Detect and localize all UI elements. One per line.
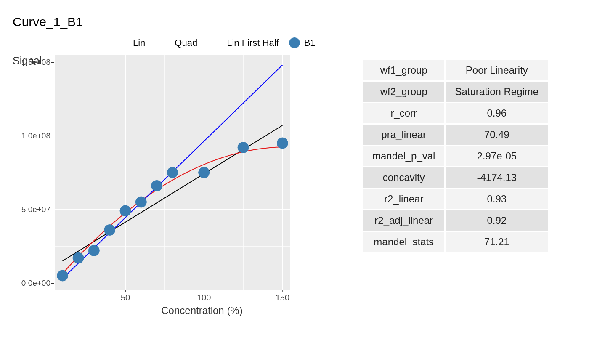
data-point xyxy=(57,270,68,281)
x-axis-label: Concentration (%) xyxy=(13,305,349,316)
stat-value: 0.93 xyxy=(445,189,549,210)
stat-label: r_corr xyxy=(363,103,445,124)
x-axis-ticks: 50100150 xyxy=(55,290,290,303)
x-tick-label: 150 xyxy=(276,293,289,303)
stat-value: 2.97e-05 xyxy=(445,146,549,167)
stat-label: wf1_group xyxy=(363,60,445,81)
legend-swatch-linfh xyxy=(207,43,223,43)
chart-area: Signal 0.0e+005.0e+071.0e+081.5e+08 5010… xyxy=(13,55,349,316)
table-row: mandel_p_val2.97e-05 xyxy=(363,146,549,167)
table-row: wf1_groupPoor Linearity xyxy=(363,60,549,81)
legend-label-points: B1 xyxy=(304,37,316,48)
stat-label: wf2_group xyxy=(363,81,445,103)
x-tick-label: 100 xyxy=(197,293,211,303)
data-point xyxy=(151,181,162,191)
page-title: Curve_1_B1 xyxy=(13,15,576,29)
data-point xyxy=(88,245,99,256)
stat-label: concavity xyxy=(363,167,445,189)
line-quad xyxy=(63,147,283,274)
legend-item-linfh: Lin First Half xyxy=(207,37,279,48)
y-tick-label: 5.0e+07 xyxy=(17,205,50,214)
stat-label: mandel_p_val xyxy=(363,146,445,167)
legend-swatch-lin xyxy=(114,43,129,43)
stat-label: mandel_stats xyxy=(363,231,445,253)
legend-label-lin: Lin xyxy=(133,37,145,48)
table-row: concavity-4174.13 xyxy=(363,167,549,189)
legend-label-quad: Quad xyxy=(175,37,197,48)
y-axis-ticks: 0.0e+005.0e+071.0e+081.5e+08 xyxy=(17,55,50,290)
line-lin-first-half xyxy=(63,65,283,279)
stat-value: 71.21 xyxy=(445,231,549,253)
table-row: pra_linear70.49 xyxy=(363,124,549,146)
plot-panel xyxy=(55,55,290,290)
data-point xyxy=(104,225,115,236)
legend-item-lin: Lin xyxy=(114,37,145,48)
stat-label: r2_adj_linear xyxy=(363,210,445,231)
legend-swatch-quad xyxy=(155,43,170,43)
y-tick-label: 0.0e+00 xyxy=(17,279,50,288)
line-lin xyxy=(63,125,283,261)
stat-value: Poor Linearity xyxy=(445,60,549,81)
table-row: mandel_stats71.21 xyxy=(363,231,549,253)
y-tick-label: 1.0e+08 xyxy=(17,131,50,141)
legend: Lin Quad Lin First Half B1 xyxy=(114,37,576,48)
data-point xyxy=(135,197,146,207)
table-row: r2_adj_linear0.92 xyxy=(363,210,549,231)
y-tick-label: 1.5e+08 xyxy=(17,58,50,67)
stat-value: Saturation Regime xyxy=(445,81,549,103)
legend-label-linfh: Lin First Half xyxy=(227,37,279,48)
legend-item-quad: Quad xyxy=(155,37,197,48)
stat-value: -4174.13 xyxy=(445,167,549,189)
legend-item-points: B1 xyxy=(289,37,316,48)
stat-value: 0.92 xyxy=(445,210,549,231)
table-row: r_corr0.96 xyxy=(363,103,549,124)
stat-value: 70.49 xyxy=(445,124,549,146)
x-tick-label: 50 xyxy=(121,293,130,303)
data-point xyxy=(73,252,84,263)
stat-label: r2_linear xyxy=(363,189,445,210)
stats-table: wf1_groupPoor Linearitywf2_groupSaturati… xyxy=(362,59,549,253)
stat-value: 0.96 xyxy=(445,103,549,124)
stat-label: pra_linear xyxy=(363,124,445,146)
table-row: r2_linear0.93 xyxy=(363,189,549,210)
table-row: wf2_groupSaturation Regime xyxy=(363,81,549,103)
legend-swatch-points xyxy=(289,37,300,48)
